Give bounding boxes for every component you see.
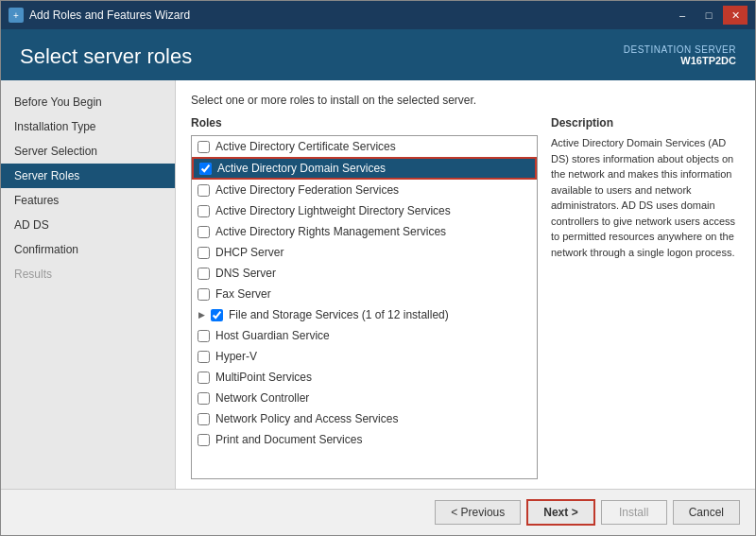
sidebar: Before You Begin Installation Type Serve… xyxy=(1,80,176,489)
role-item-ad-ldap[interactable]: Active Directory Lightweight Directory S… xyxy=(192,200,537,221)
role-label-ad-fed: Active Directory Federation Services xyxy=(215,183,399,197)
role-label-ad-ds: Active Directory Domain Services xyxy=(217,162,386,175)
role-item-print-doc[interactable]: Print and Document Services xyxy=(192,429,537,450)
role-label-host-guardian: Host Guardian Service xyxy=(215,329,330,342)
role-checkbox-ad-cert[interactable] xyxy=(198,141,210,153)
role-item-ad-fed[interactable]: Active Directory Federation Services xyxy=(192,180,537,200)
role-label-dhcp: DHCP Server xyxy=(215,246,284,259)
role-checkbox-multipoint[interactable] xyxy=(198,372,210,384)
role-item-ad-rms[interactable]: Active Directory Rights Management Servi… xyxy=(192,221,537,242)
role-label-ad-rms: Active Directory Rights Management Servi… xyxy=(215,225,446,238)
destination-server-info: DESTINATION SERVER W16TP2DC xyxy=(624,44,736,66)
role-checkbox-ad-ldap[interactable] xyxy=(198,205,210,217)
role-label-hyper-v: Hyper-V xyxy=(215,350,257,363)
role-label-dns: DNS Server xyxy=(215,267,276,280)
role-item-dns[interactable]: DNS Server xyxy=(192,263,537,284)
minimize-button[interactable]: – xyxy=(670,6,695,25)
description-column: Description Active Directory Domain Serv… xyxy=(551,116,740,479)
cancel-button[interactable]: Cancel xyxy=(673,500,740,525)
role-label-print-doc: Print and Document Services xyxy=(215,433,362,446)
role-item-multipoint[interactable]: MultiPoint Services xyxy=(192,367,537,388)
maximize-button[interactable]: □ xyxy=(696,6,721,25)
role-checkbox-host-guardian[interactable] xyxy=(198,330,210,342)
role-checkbox-network-policy[interactable] xyxy=(198,413,210,425)
role-item-ad-cert[interactable]: Active Directory Certificate Services xyxy=(192,136,537,157)
sidebar-item-features[interactable]: Features xyxy=(1,188,175,213)
destination-label: DESTINATION SERVER xyxy=(624,44,736,55)
role-item-network-policy[interactable]: Network Policy and Access Services xyxy=(192,408,537,429)
page-header: Select server roles DESTINATION SERVER W… xyxy=(1,29,755,80)
role-checkbox-print-doc[interactable] xyxy=(198,434,210,446)
role-label-multipoint: MultiPoint Services xyxy=(215,371,312,384)
title-bar: + Add Roles and Features Wizard – □ ✕ xyxy=(1,1,755,29)
main-window: + Add Roles and Features Wizard – □ ✕ Se… xyxy=(0,0,756,536)
two-column-layout: Roles Active Directory Certificate Servi… xyxy=(191,116,740,479)
role-item-fax[interactable]: Fax Server xyxy=(192,284,537,304)
description-header: Description xyxy=(551,116,740,130)
role-checkbox-file-storage[interactable] xyxy=(211,309,223,321)
role-label-network-controller: Network Controller xyxy=(215,391,309,405)
install-button[interactable]: Install xyxy=(601,500,667,525)
main-content: Select one or more roles to install on t… xyxy=(176,80,755,489)
role-checkbox-dns[interactable] xyxy=(198,268,210,280)
role-label-file-storage: File and Storage Services (1 of 12 insta… xyxy=(229,308,449,321)
roles-header: Roles xyxy=(191,116,538,130)
role-label-ad-ldap: Active Directory Lightweight Directory S… xyxy=(215,204,451,217)
role-label-network-policy: Network Policy and Access Services xyxy=(215,412,398,425)
window-icon: + xyxy=(9,8,24,23)
role-checkbox-dhcp[interactable] xyxy=(198,247,210,259)
main-body: Before You Begin Installation Type Serve… xyxy=(1,80,755,489)
sidebar-item-confirmation[interactable]: Confirmation xyxy=(1,237,175,262)
window-controls: – □ ✕ xyxy=(670,6,747,25)
window-title: Add Roles and Features Wizard xyxy=(29,9,670,22)
destination-name: W16TP2DC xyxy=(624,55,736,66)
sidebar-item-server-roles[interactable]: Server Roles xyxy=(1,164,175,188)
role-checkbox-ad-fed[interactable] xyxy=(198,184,210,197)
sidebar-item-before-you-begin[interactable]: Before You Begin xyxy=(1,90,175,114)
description-text: Active Directory Domain Services (AD DS)… xyxy=(551,135,740,260)
sidebar-item-ad-ds[interactable]: AD DS xyxy=(1,213,175,237)
sidebar-item-server-selection[interactable]: Server Selection xyxy=(1,139,175,164)
roles-list[interactable]: Active Directory Certificate Services Ac… xyxy=(191,135,538,479)
role-item-ad-ds[interactable]: Active Directory Domain Services xyxy=(192,157,537,180)
role-label-fax: Fax Server xyxy=(215,287,271,301)
close-button[interactable]: ✕ xyxy=(723,6,747,25)
next-button[interactable]: Next > xyxy=(526,499,594,526)
role-item-dhcp[interactable]: DHCP Server xyxy=(192,242,537,263)
expand-arrow-icon[interactable]: ▶ xyxy=(196,309,207,320)
role-label-ad-cert: Active Directory Certificate Services xyxy=(215,140,396,153)
role-item-file-storage[interactable]: ▶ File and Storage Services (1 of 12 ins… xyxy=(192,304,537,325)
role-item-network-controller[interactable]: Network Controller xyxy=(192,388,537,408)
role-checkbox-network-controller[interactable] xyxy=(198,392,210,405)
footer: < Previous Next > Install Cancel xyxy=(1,489,755,535)
previous-button[interactable]: < Previous xyxy=(435,500,521,525)
role-checkbox-hyper-v[interactable] xyxy=(198,351,210,363)
role-checkbox-fax[interactable] xyxy=(198,288,210,301)
role-checkbox-ad-rms[interactable] xyxy=(198,226,210,238)
sidebar-item-installation-type[interactable]: Installation Type xyxy=(1,114,175,139)
page-title: Select server roles xyxy=(20,44,192,69)
instruction-text: Select one or more roles to install on t… xyxy=(191,94,740,107)
sidebar-item-results: Results xyxy=(1,262,175,286)
content-area: Select server roles DESTINATION SERVER W… xyxy=(1,29,755,535)
role-item-host-guardian[interactable]: Host Guardian Service xyxy=(192,325,537,346)
roles-column: Roles Active Directory Certificate Servi… xyxy=(191,116,538,479)
role-item-hyper-v[interactable]: Hyper-V xyxy=(192,346,537,367)
role-checkbox-ad-ds[interactable] xyxy=(199,163,212,175)
